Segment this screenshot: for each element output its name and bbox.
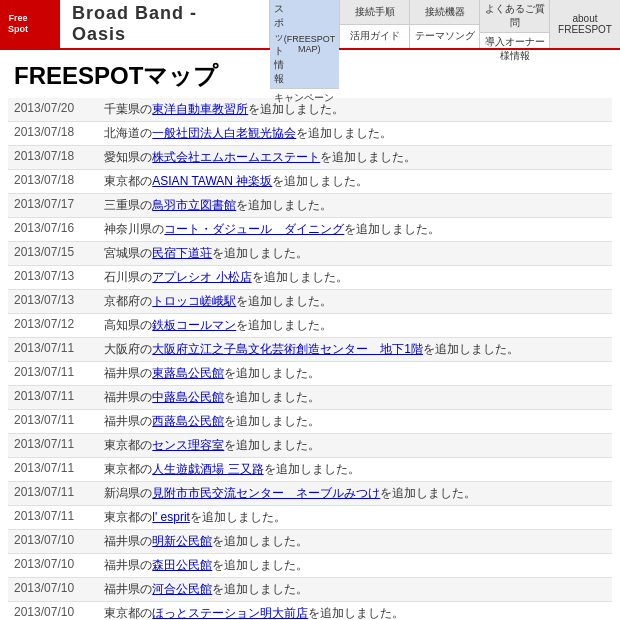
entry-suffix: を追加しました。 (224, 390, 320, 404)
entry-content: 福井県の明新公民館を追加しました。 (98, 530, 612, 554)
logo-area: FreeSpot (0, 0, 60, 48)
table-row: 2013/07/10福井県の河合公民館を追加しました。 (8, 578, 612, 602)
table-row: 2013/07/12高知県の鉄板コールマンを追加しました。 (8, 314, 612, 338)
entry-content: 千葉県の東洋自動車教習所を追加しました。 (98, 98, 612, 122)
entry-prefix: 石川県の (104, 270, 152, 284)
entry-link[interactable]: ほっとステーション明大前店 (152, 606, 308, 620)
entry-content: 福井県の西蕗島公民館を追加しました。 (98, 410, 612, 434)
entry-link[interactable]: アプレシオ 小松店 (152, 270, 251, 284)
entry-content: 福井県の東蕗島公民館を追加しました。 (98, 362, 612, 386)
entry-prefix: 福井県の (104, 582, 152, 596)
entry-date: 2013/07/10 (8, 530, 98, 554)
table-row: 2013/07/13京都府のトロッコ嵯峨駅を追加しました。 (8, 290, 612, 314)
entry-date: 2013/07/18 (8, 146, 98, 170)
entry-link[interactable]: 西蕗島公民館 (152, 414, 224, 428)
brand-title: Broad Band - Oasis (72, 3, 257, 45)
entry-prefix: 新潟県の (104, 486, 152, 500)
entry-content: 高知県の鉄板コールマンを追加しました。 (98, 314, 612, 338)
entry-content: 東京都の人生遊戯酒場 三又路を追加しました。 (98, 458, 612, 482)
nav-device-top[interactable]: 接続機器 (410, 0, 479, 25)
entry-suffix: を追加しました。 (236, 318, 332, 332)
entry-suffix: を追加しました。 (236, 294, 332, 308)
entry-suffix: を追加しました。 (423, 342, 519, 356)
table-row: 2013/07/11福井県の西蕗島公民館を追加しました。 (8, 410, 612, 434)
entry-link[interactable]: 中蕗島公民館 (152, 390, 224, 404)
entry-date: 2013/07/11 (8, 386, 98, 410)
entry-link[interactable]: l' esprit (152, 510, 190, 524)
entry-content: 石川県のアプレシオ 小松店を追加しました。 (98, 266, 612, 290)
entry-link[interactable]: 株式会社エムホームエステート (152, 150, 320, 164)
entry-date: 2013/07/11 (8, 482, 98, 506)
entry-link[interactable]: 見附市市民交流センター ネーブルみつけ (152, 486, 380, 500)
entry-link[interactable]: 鳥羽市立図書館 (152, 198, 236, 212)
entry-date: 2013/07/11 (8, 410, 98, 434)
table-row: 2013/07/18愛知県の株式会社エムホームエステートを追加しました。 (8, 146, 612, 170)
entry-link[interactable]: 東蕗島公民館 (152, 366, 224, 380)
entry-date: 2013/07/10 (8, 602, 98, 621)
logo-text: FreeSpot (8, 13, 28, 35)
entry-prefix: 大阪府の (104, 342, 152, 356)
entry-suffix: を追加しました。 (264, 462, 360, 476)
entry-link[interactable]: 大阪府立江之子島文化芸術創造センター 地下1階 (152, 342, 423, 356)
entry-content: 大阪府の大阪府立江之子島文化芸術創造センター 地下1階を追加しました。 (98, 338, 612, 362)
nav-col-5: about FREESPOT (550, 0, 620, 48)
nav-connect-bottom[interactable]: 活用ガイド (340, 25, 409, 49)
entry-link[interactable]: 民宿下道荘 (152, 246, 212, 260)
entry-link[interactable]: 鉄板コールマン (152, 318, 236, 332)
entry-link[interactable]: 人生遊戯酒場 三又路 (152, 462, 263, 476)
entry-link[interactable]: 河合公民館 (152, 582, 212, 596)
content-wrapper: 2013/07/20千葉県の東洋自動車教習所を追加しました。2013/07/18… (0, 98, 620, 620)
entry-suffix: を追加しました。 (236, 198, 332, 212)
nav-about-top[interactable]: about FREESPOT (550, 0, 620, 48)
entry-date: 2013/07/10 (8, 578, 98, 602)
entry-link[interactable]: センス理容室 (152, 438, 224, 452)
entry-prefix: 高知県の (104, 318, 152, 332)
entry-link[interactable]: トロッコ嵯峨駅 (152, 294, 236, 308)
entry-date: 2013/07/16 (8, 218, 98, 242)
entry-prefix: 東京都の (104, 510, 152, 524)
entry-content: 福井県の森田公民館を追加しました。 (98, 554, 612, 578)
table-row: 2013/07/10福井県の森田公民館を追加しました。 (8, 554, 612, 578)
entry-prefix: 東京都の (104, 606, 152, 620)
entry-suffix: を追加しました。 (212, 582, 308, 596)
table-row: 2013/07/11東京都の人生遊戯酒場 三又路を追加しました。 (8, 458, 612, 482)
nav-col-4: よくあるご質問 導入オーナー様情報 (480, 0, 550, 48)
nav-connect-top[interactable]: 接続手順 (340, 0, 409, 25)
entry-link[interactable]: 一般社団法人白老観光協会 (152, 126, 296, 140)
entry-date: 2013/07/11 (8, 434, 98, 458)
entry-prefix: 福井県の (104, 558, 152, 572)
entry-link[interactable]: コート・ダジュール ダイニング (164, 222, 344, 236)
entry-suffix: を追加しました。 (224, 366, 320, 380)
entry-link[interactable]: 明新公民館 (152, 534, 212, 548)
entry-suffix: を追加しました。 (272, 174, 368, 188)
entry-prefix: 福井県の (104, 534, 152, 548)
table-row: 2013/07/20千葉県の東洋自動車教習所を追加しました。 (8, 98, 612, 122)
nav-spot-top[interactable]: スポット情報(FREESPOT MAP) (270, 0, 339, 89)
table-row: 2013/07/11福井県の東蕗島公民館を追加しました。 (8, 362, 612, 386)
entry-link[interactable]: ASIAN TAWAN 神楽坂 (152, 174, 272, 188)
entry-prefix: 東京都の (104, 174, 152, 188)
entry-suffix: を追加しました。 (212, 558, 308, 572)
entry-content: 福井県の河合公民館を追加しました。 (98, 578, 612, 602)
table-row: 2013/07/11東京都のセンス理容室を追加しました。 (8, 434, 612, 458)
header: FreeSpot Broad Band - Oasis スポット情報(FREES… (0, 0, 620, 50)
entry-content: 愛知県の株式会社エムホームエステートを追加しました。 (98, 146, 612, 170)
entry-link[interactable]: 森田公民館 (152, 558, 212, 572)
nav-faq-bottom[interactable]: 導入オーナー様情報 (480, 33, 549, 65)
entry-content: 京都府のトロッコ嵯峨駅を追加しました。 (98, 290, 612, 314)
table-row: 2013/07/11新潟県の見附市市民交流センター ネーブルみつけを追加しました… (8, 482, 612, 506)
entry-date: 2013/07/13 (8, 266, 98, 290)
nav-device-bottom[interactable]: テーマソング (410, 25, 479, 49)
entry-suffix: を追加しました。 (344, 222, 440, 236)
entry-content: 北海道の一般社団法人白老観光協会を追加しました。 (98, 122, 612, 146)
entry-content: 三重県の鳥羽市立図書館を追加しました。 (98, 194, 612, 218)
entry-date: 2013/07/17 (8, 194, 98, 218)
entry-suffix: を追加しました。 (190, 510, 286, 524)
entry-suffix: を追加しました。 (224, 414, 320, 428)
entry-prefix: 福井県の (104, 414, 152, 428)
nav-faq-top[interactable]: よくあるご質問 (480, 0, 549, 33)
entry-content: 東京都のほっとステーション明大前店を追加しました。 (98, 602, 612, 621)
entry-link[interactable]: 東洋自動車教習所 (152, 102, 248, 116)
entry-content: 神奈川県のコート・ダジュール ダイニングを追加しました。 (98, 218, 612, 242)
nav-area: スポット情報(FREESPOT MAP) キャンペーン 接続手順 活用ガイド 接… (270, 0, 620, 48)
